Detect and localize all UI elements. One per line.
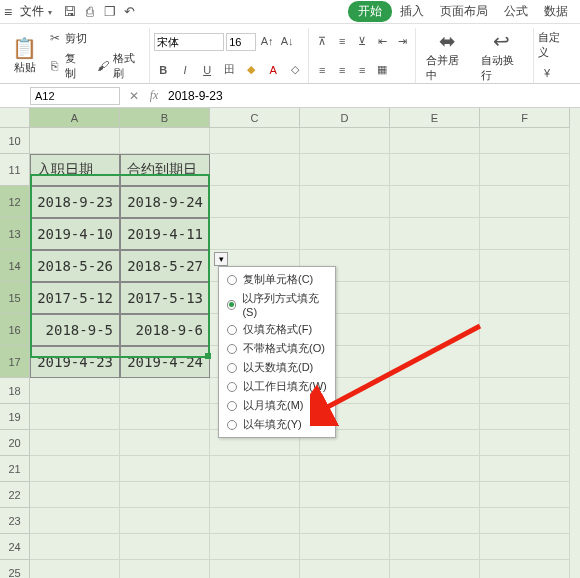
- cell[interactable]: [300, 456, 390, 482]
- cell[interactable]: [120, 534, 210, 560]
- cell[interactable]: [390, 430, 480, 456]
- cell[interactable]: [300, 128, 390, 154]
- cell[interactable]: [300, 186, 390, 218]
- tab-layout[interactable]: 页面布局: [432, 1, 496, 22]
- cell[interactable]: [30, 128, 120, 154]
- fill-color-button[interactable]: ◆: [242, 62, 260, 78]
- cell[interactable]: 2019-4-10: [30, 218, 120, 250]
- decrease-font-button[interactable]: A↓: [278, 33, 296, 49]
- cell[interactable]: [390, 534, 480, 560]
- cell[interactable]: [480, 404, 570, 430]
- table-header[interactable]: 入职日期: [30, 154, 120, 186]
- cell[interactable]: [210, 560, 300, 578]
- fill-option-no-format[interactable]: 不带格式填充(O): [219, 339, 335, 358]
- cell[interactable]: [390, 314, 480, 346]
- paste-button[interactable]: 📋 粘贴: [6, 28, 43, 83]
- cell[interactable]: [390, 508, 480, 534]
- cell[interactable]: [300, 154, 390, 186]
- fill-option-years[interactable]: 以年填充(Y): [219, 415, 335, 434]
- cell[interactable]: [300, 508, 390, 534]
- align-right-button[interactable]: ≡: [353, 62, 371, 78]
- cell[interactable]: [120, 404, 210, 430]
- copy-button[interactable]: 复制: [65, 51, 86, 81]
- row-header[interactable]: 15: [0, 282, 30, 314]
- row-header[interactable]: 17: [0, 346, 30, 378]
- cell[interactable]: [120, 378, 210, 404]
- align-center-button[interactable]: ≡: [333, 62, 351, 78]
- name-box[interactable]: A12: [30, 87, 120, 105]
- cell[interactable]: [390, 404, 480, 430]
- cell[interactable]: 2018-9-6: [120, 314, 210, 346]
- font-name-select[interactable]: [154, 33, 224, 51]
- cell[interactable]: [390, 346, 480, 378]
- cell[interactable]: [480, 154, 570, 186]
- cell[interactable]: [390, 482, 480, 508]
- cell[interactable]: [210, 218, 300, 250]
- row-header[interactable]: 19: [0, 404, 30, 430]
- number-format-select[interactable]: 自定义: [538, 30, 570, 60]
- currency-button[interactable]: ¥: [538, 65, 556, 81]
- bold-button[interactable]: B: [154, 62, 172, 78]
- cell[interactable]: [120, 128, 210, 154]
- cell[interactable]: [480, 378, 570, 404]
- format-painter-button[interactable]: 格式刷: [113, 51, 145, 81]
- font-color-button[interactable]: A: [264, 62, 282, 78]
- cell[interactable]: [390, 456, 480, 482]
- align-left-button[interactable]: ≡: [313, 62, 331, 78]
- cell[interactable]: [210, 508, 300, 534]
- cell[interactable]: 2019-4-11: [120, 218, 210, 250]
- cell[interactable]: [120, 560, 210, 578]
- indent-left-button[interactable]: ⇤: [373, 33, 391, 49]
- row-header[interactable]: 14: [0, 250, 30, 282]
- cell[interactable]: 2017-5-12: [30, 282, 120, 314]
- cell[interactable]: 2018-5-27: [120, 250, 210, 282]
- row-header[interactable]: 21: [0, 456, 30, 482]
- clear-format-button[interactable]: ◇: [286, 62, 304, 78]
- row-header[interactable]: 11: [0, 154, 30, 186]
- cancel-icon[interactable]: ✕: [124, 89, 144, 103]
- cell[interactable]: [120, 456, 210, 482]
- menu-icon[interactable]: ≡: [4, 4, 12, 20]
- cell[interactable]: [210, 456, 300, 482]
- cell[interactable]: [30, 378, 120, 404]
- cut-button[interactable]: ✂剪切: [47, 30, 145, 46]
- col-header-A[interactable]: A: [30, 108, 120, 128]
- cell[interactable]: [30, 534, 120, 560]
- cell[interactable]: 2018-9-23: [30, 186, 120, 218]
- preview-icon[interactable]: ❐: [100, 2, 120, 22]
- indent-right-button[interactable]: ⇥: [393, 33, 411, 49]
- formula-input[interactable]: [164, 89, 580, 103]
- cell[interactable]: [210, 186, 300, 218]
- cell[interactable]: [30, 508, 120, 534]
- col-header-F[interactable]: F: [480, 108, 570, 128]
- cell[interactable]: [480, 508, 570, 534]
- merge-split-button[interactable]: ▦: [373, 62, 391, 78]
- cell[interactable]: 2018-9-5: [30, 314, 120, 346]
- cell[interactable]: [390, 378, 480, 404]
- cell[interactable]: [30, 456, 120, 482]
- row-header[interactable]: 22: [0, 482, 30, 508]
- cell[interactable]: [480, 560, 570, 578]
- undo-icon[interactable]: ↶: [120, 2, 140, 22]
- cell[interactable]: [120, 508, 210, 534]
- select-all-corner[interactable]: [0, 108, 30, 128]
- fill-option-series[interactable]: 以序列方式填充(S): [219, 289, 335, 320]
- tab-data[interactable]: 数据: [536, 1, 576, 22]
- row-header[interactable]: 20: [0, 430, 30, 456]
- fill-option-months[interactable]: 以月填充(M): [219, 396, 335, 415]
- autofill-options-button[interactable]: ▾: [214, 252, 228, 266]
- row-header[interactable]: 12: [0, 186, 30, 218]
- cell[interactable]: [300, 218, 390, 250]
- cell[interactable]: [390, 250, 480, 282]
- font-size-select[interactable]: [226, 33, 256, 51]
- cell[interactable]: [300, 560, 390, 578]
- cell[interactable]: [210, 154, 300, 186]
- table-header[interactable]: 合约到期日: [120, 154, 210, 186]
- cell[interactable]: [30, 430, 120, 456]
- cell[interactable]: 2019-4-23: [30, 346, 120, 378]
- fx-icon[interactable]: fx: [144, 88, 164, 103]
- col-header-B[interactable]: B: [120, 108, 210, 128]
- row-header[interactable]: 13: [0, 218, 30, 250]
- row-header[interactable]: 16: [0, 314, 30, 346]
- cell[interactable]: [480, 314, 570, 346]
